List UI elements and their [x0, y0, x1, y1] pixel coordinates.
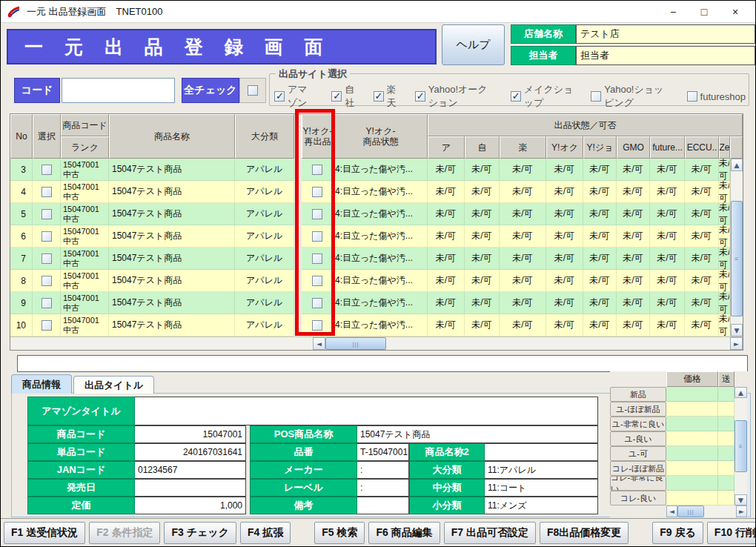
shipping-cell[interactable]	[718, 491, 735, 505]
price-cell[interactable]	[666, 476, 718, 491]
shipping-cell[interactable]	[718, 446, 735, 461]
grid-hscroll-thumb[interactable]: |||	[325, 337, 386, 350]
price-cell[interactable]	[666, 491, 718, 505]
shipping-cell[interactable]	[718, 417, 735, 431]
price-row-label[interactable]: コレ-非常に良い	[610, 476, 666, 491]
detail-mid-value[interactable]	[357, 497, 409, 514]
price-cell[interactable]	[666, 387, 718, 402]
scroll-left-icon[interactable]: ◄	[313, 337, 325, 350]
row-select-checkbox[interactable]	[42, 276, 52, 286]
price-scroll-left-icon[interactable]: ◄	[666, 505, 677, 517]
detail-value[interactable]: 15047001	[135, 425, 246, 443]
row-select-checkbox[interactable]	[42, 231, 52, 242]
fkey-button-8[interactable]: F8出品価格変更	[540, 522, 629, 544]
shipping-cell[interactable]	[718, 461, 735, 476]
price-row-label[interactable]: コレ-良い	[610, 491, 666, 505]
price-row-label[interactable]: ユ-非常に良い	[610, 417, 666, 431]
fkey-button-9[interactable]: F9 戻る	[652, 522, 703, 544]
fkey-button-4[interactable]: F4 拡張	[240, 522, 291, 544]
shipping-cell[interactable]	[718, 476, 735, 491]
price-hscroll-thumb[interactable]: |||	[677, 505, 704, 517]
scroll-right-icon[interactable]: ►	[730, 337, 743, 350]
staff-field[interactable]: 担当者	[576, 46, 755, 65]
row-select-cell[interactable]	[33, 159, 61, 181]
maximize-button[interactable]: □	[689, 1, 720, 23]
scroll-up-icon[interactable]: ▲	[731, 159, 743, 171]
detail-right-value[interactable]: 11:アパレル	[485, 461, 598, 479]
site-option[interactable]: futureshop	[687, 91, 746, 102]
code-input[interactable]	[62, 78, 175, 103]
row-select-cell[interactable]	[33, 314, 61, 337]
price-vscroll-thumb[interactable]: ≡	[735, 420, 747, 472]
row-relist-checkbox[interactable]	[312, 276, 322, 286]
detail-mid-value[interactable]: :	[357, 461, 409, 479]
site-checkbox[interactable]	[687, 91, 697, 102]
price-cell[interactable]	[666, 431, 718, 446]
row-relist-cell[interactable]	[302, 159, 334, 181]
detail-mid-value[interactable]: T-15047001	[357, 443, 409, 461]
site-option[interactable]: 自社	[331, 83, 357, 110]
site-checkbox[interactable]	[274, 91, 285, 102]
row-select-cell[interactable]	[33, 203, 61, 225]
fkey-button-6[interactable]: F6 商品編集	[368, 522, 440, 544]
amazon-title-field[interactable]	[135, 397, 598, 425]
site-option[interactable]: アマゾン	[274, 83, 315, 110]
row-select-checkbox[interactable]	[42, 187, 52, 197]
row-relist-checkbox[interactable]	[312, 187, 322, 197]
check-all-checkbox[interactable]	[248, 85, 258, 96]
row-relist-cell[interactable]	[302, 203, 334, 225]
row-relist-checkbox[interactable]	[312, 209, 322, 219]
minimize-button[interactable]: −	[657, 1, 689, 23]
row-select-checkbox[interactable]	[42, 320, 52, 331]
row-relist-checkbox[interactable]	[312, 298, 322, 308]
help-button[interactable]: ヘルプ	[442, 24, 505, 65]
row-relist-cell[interactable]	[302, 270, 334, 292]
site-option[interactable]: Yahoo!オークション	[415, 83, 494, 110]
site-checkbox[interactable]	[374, 91, 384, 102]
row-relist-cell[interactable]	[302, 292, 334, 314]
price-vertical-scrollbar[interactable]: ▲ ≡ ▼	[735, 387, 747, 505]
detail-right-value[interactable]	[485, 443, 598, 461]
price-cell[interactable]	[666, 417, 718, 431]
site-option[interactable]: メイクショップ	[511, 83, 574, 110]
site-option[interactable]: 楽天	[374, 83, 399, 110]
detail-value[interactable]: 01234567	[135, 461, 246, 479]
price-scroll-right-icon[interactable]: ►	[736, 505, 747, 517]
price-row-label[interactable]: ユ-ほぼ新品	[610, 402, 666, 417]
site-option[interactable]: Yahoo!ショッピング	[591, 83, 670, 110]
row-select-cell[interactable]	[33, 248, 61, 270]
row-relist-checkbox[interactable]	[312, 320, 322, 331]
price-scroll-down-icon[interactable]: ▼	[735, 494, 747, 505]
row-relist-cell[interactable]	[302, 181, 334, 203]
row-relist-cell[interactable]	[302, 314, 334, 337]
price-scroll-up-icon[interactable]: ▲	[735, 387, 747, 398]
shipping-cell[interactable]	[718, 431, 735, 446]
tab-listing-title[interactable]: 出品タイトル	[73, 376, 154, 394]
price-cell[interactable]	[666, 446, 718, 461]
price-row-label[interactable]: ユ-可	[610, 446, 666, 461]
price-cell[interactable]	[666, 402, 718, 417]
fkey-button-7[interactable]: F7 出品可否設定	[444, 522, 536, 544]
fkey-button-10[interactable]: F10 行削除	[707, 522, 756, 544]
row-relist-checkbox[interactable]	[312, 253, 322, 264]
store-name-field[interactable]: テスト店	[576, 24, 755, 44]
row-select-cell[interactable]	[33, 292, 61, 314]
row-relist-checkbox[interactable]	[312, 231, 322, 242]
row-relist-cell[interactable]	[302, 225, 334, 248]
shipping-cell[interactable]	[718, 402, 735, 417]
site-checkbox[interactable]	[511, 91, 521, 102]
grid-vscroll-thumb[interactable]: ≡	[731, 201, 743, 316]
shipping-cell[interactable]	[718, 387, 735, 402]
row-select-checkbox[interactable]	[42, 253, 52, 264]
detail-mid-value[interactable]: 15047テスト商品	[357, 425, 598, 443]
price-cell[interactable]	[666, 461, 718, 476]
fkey-button-1[interactable]: F1 送受信状況	[4, 522, 85, 544]
price-horizontal-scrollbar[interactable]: ◄ ||| ►	[666, 505, 747, 517]
row-select-cell[interactable]	[33, 270, 61, 292]
detail-value[interactable]	[135, 479, 246, 497]
fkey-button-5[interactable]: F5 検索	[314, 522, 365, 544]
site-checkbox[interactable]	[331, 91, 342, 102]
detail-mid-value[interactable]: :	[357, 479, 409, 497]
price-row-label[interactable]: 新品	[610, 387, 666, 402]
fkey-button-3[interactable]: F3 チェック	[164, 522, 236, 544]
